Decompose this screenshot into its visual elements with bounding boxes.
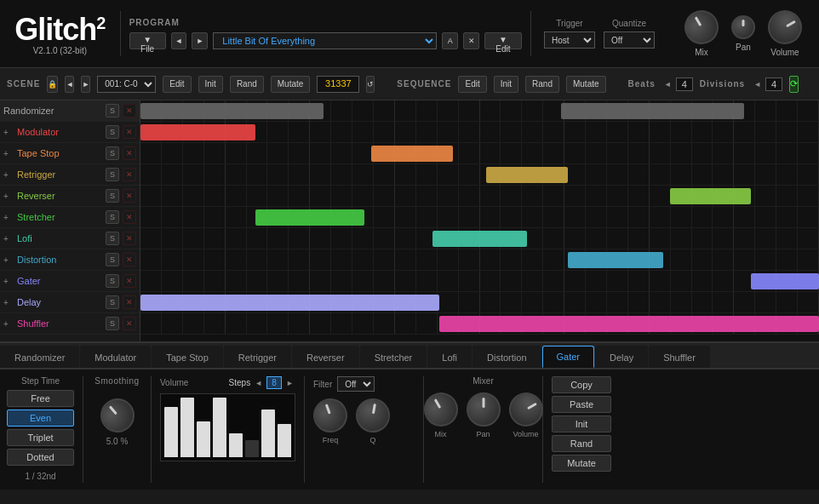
grid-cell[interactable] [586, 164, 607, 185]
grid-cell[interactable] [671, 207, 692, 227]
grid-cell[interactable] [395, 164, 416, 185]
track-expand-icon[interactable]: + [3, 319, 14, 329]
grid-cell[interactable] [140, 228, 162, 249]
grid-cell[interactable] [204, 186, 226, 206]
grid-cell[interactable] [289, 164, 310, 185]
grid-cell[interactable] [734, 207, 755, 227]
grid-cell[interactable] [140, 271, 162, 291]
grid-cell[interactable] [776, 249, 798, 270]
grid-cell[interactable] [522, 271, 543, 291]
grid-cell[interactable] [501, 186, 522, 206]
grid-cell[interactable] [480, 207, 501, 227]
grid-cell[interactable] [331, 100, 352, 121]
grid-cell[interactable] [140, 186, 162, 206]
grid-cell[interactable] [522, 122, 543, 142]
grid-cell[interactable] [352, 100, 374, 121]
grid-cell[interactable] [374, 313, 395, 334]
grid-cell[interactable] [289, 122, 310, 142]
file-button[interactable]: ▼ File [129, 32, 166, 49]
tab-stretcher[interactable]: Stretcher [360, 346, 427, 368]
grid-cell[interactable] [267, 143, 289, 163]
grid-cell[interactable] [776, 122, 798, 142]
grid-cell[interactable] [692, 271, 713, 291]
grid-cell[interactable] [226, 228, 247, 249]
grid-cell[interactable] [247, 228, 268, 249]
grid-cell[interactable] [607, 207, 628, 227]
grid-cell[interactable] [140, 143, 162, 163]
grid-cell[interactable] [586, 228, 607, 249]
grid-cell[interactable] [247, 271, 268, 291]
grid-cell[interactable] [267, 228, 289, 249]
grid-cell[interactable] [374, 164, 395, 185]
grid-cell[interactable] [564, 271, 586, 291]
volume-bar-5[interactable] [245, 440, 259, 457]
grid-cell[interactable] [607, 164, 628, 185]
grid-cell[interactable] [798, 122, 819, 142]
track-expand-icon[interactable]: + [3, 213, 14, 222]
mixer-pan-knob[interactable] [467, 392, 501, 427]
grid-cell[interactable] [310, 249, 331, 270]
track-s-button[interactable]: S [106, 274, 119, 288]
track-block[interactable] [751, 273, 819, 289]
grid-cell[interactable] [162, 313, 183, 334]
track-block[interactable] [432, 231, 528, 247]
grid-cell[interactable] [289, 313, 310, 334]
grid-cell[interactable] [650, 271, 671, 291]
grid-cell[interactable] [416, 100, 438, 121]
divisions-left-arrow[interactable]: ◄ [752, 80, 763, 89]
grid-cell[interactable] [226, 143, 247, 163]
tab-retrigger[interactable]: Retrigger [224, 346, 291, 368]
grid-cell[interactable] [713, 228, 734, 249]
grid-cell[interactable] [183, 164, 204, 185]
mixer-mix-knob[interactable] [417, 387, 464, 433]
grid-cell[interactable] [247, 186, 268, 206]
tab-modulator[interactable]: Modulator [80, 346, 151, 368]
grid-cell[interactable] [204, 207, 226, 227]
grid-cell[interactable] [416, 249, 438, 270]
grid-cell[interactable] [395, 186, 416, 206]
track-block[interactable] [561, 103, 744, 119]
grid-cell[interactable] [374, 271, 395, 291]
grid-cell[interactable] [183, 207, 204, 227]
grid-cell[interactable] [713, 122, 734, 142]
grid-cell[interactable] [628, 271, 650, 291]
grid-cell[interactable] [501, 207, 522, 227]
beats-left-arrow[interactable]: ◄ [662, 80, 673, 89]
grid-cell[interactable] [226, 164, 247, 185]
grid-cell[interactable] [543, 143, 564, 163]
volume-bar-1[interactable] [180, 398, 194, 457]
mix-knob[interactable] [679, 4, 725, 51]
grid-cell[interactable] [247, 143, 268, 163]
grid-cell[interactable] [713, 164, 734, 185]
track-expand-icon[interactable]: + [3, 234, 14, 243]
pan-knob[interactable] [731, 15, 755, 39]
grid-cell[interactable] [480, 186, 501, 206]
grid-cell[interactable] [543, 271, 564, 291]
grid-cell[interactable] [162, 228, 183, 249]
grid-cell[interactable] [204, 228, 226, 249]
grid-cell[interactable] [798, 207, 819, 227]
grid-cell[interactable] [247, 249, 268, 270]
grid-cell[interactable] [183, 143, 204, 163]
rand-action-button[interactable]: Rand [552, 435, 611, 452]
grid-cell[interactable] [692, 143, 713, 163]
grid-cell[interactable] [671, 271, 692, 291]
grid-cell[interactable] [352, 271, 374, 291]
grid-cell[interactable] [734, 164, 755, 185]
scene-nav-left[interactable]: ◄ [65, 76, 74, 93]
grid-cell[interactable] [162, 164, 183, 185]
grid-cell[interactable] [628, 207, 650, 227]
tab-tape-stop[interactable]: Tape Stop [152, 346, 223, 368]
grid-cell[interactable] [162, 186, 183, 206]
grid-cell[interactable] [267, 122, 289, 142]
track-x-button[interactable]: ✕ [123, 210, 136, 224]
grid-cell[interactable] [480, 271, 501, 291]
grid-cell[interactable] [374, 100, 395, 121]
seed-refresh-icon[interactable]: ↺ [366, 76, 375, 93]
grid-cell[interactable] [650, 164, 671, 185]
grid-cell[interactable] [671, 228, 692, 249]
grid-cell[interactable] [755, 100, 776, 121]
track-block[interactable] [670, 188, 752, 204]
grid-cell[interactable] [459, 292, 480, 312]
grid-cell[interactable] [543, 292, 564, 312]
